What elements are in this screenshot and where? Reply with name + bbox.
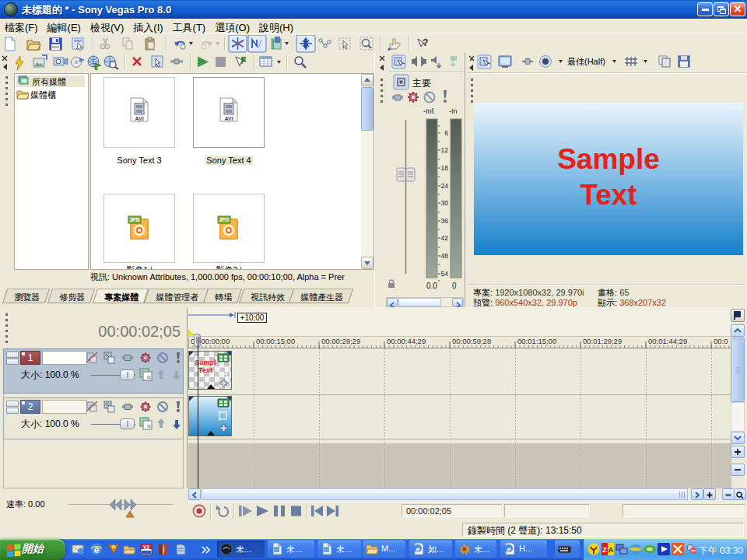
svg-text:18: 18 <box>441 164 449 172</box>
svg-text:48: 48 <box>441 252 449 260</box>
svg-text:12: 12 <box>441 146 449 154</box>
svg-text:00:0: 00:0 <box>714 337 728 345</box>
svg-text:-In: -In <box>449 107 458 115</box>
svg-text:?: ? <box>423 37 428 48</box>
svg-text:00:00:44;29: 00:00:44;29 <box>387 337 426 345</box>
svg-text:36: 36 <box>441 217 449 225</box>
svg-text:AVI: AVI <box>135 116 143 121</box>
svg-text:最佳(Half): 最佳(Half) <box>567 57 605 66</box>
svg-text:30: 30 <box>441 199 449 207</box>
svg-text:00:01:44;29: 00:01:44;29 <box>648 337 687 345</box>
svg-text:54: 54 <box>441 270 449 278</box>
svg-text:00:00:59;28: 00:00:59;28 <box>452 337 491 345</box>
svg-text:00:01:15;00: 00:01:15;00 <box>517 337 556 345</box>
svg-text:α: α <box>147 373 151 380</box>
svg-text:42: 42 <box>441 234 449 242</box>
svg-text:00:00:15;00: 00:00:15;00 <box>256 337 295 345</box>
svg-text:JPG: JPG <box>129 217 139 222</box>
svg-text:e: e <box>507 545 510 553</box>
svg-text:AVI: AVI <box>224 116 233 121</box>
svg-text:e: e <box>94 544 100 555</box>
svg-text:JPG: JPG <box>219 217 229 222</box>
svg-text:6: 6 <box>444 129 448 137</box>
svg-text:Z: Z <box>602 546 607 554</box>
svg-text:00:00:29;29: 00:00:29;29 <box>321 337 360 345</box>
svg-text:-Inf.: -Inf. <box>423 107 436 115</box>
svg-text:e: e <box>416 545 419 553</box>
svg-text:24: 24 <box>441 182 449 190</box>
svg-text:A: A <box>608 546 614 554</box>
svg-text:主要: 主要 <box>412 78 431 89</box>
svg-text:0.0: 0.0 <box>426 282 437 290</box>
svg-text:α: α <box>147 422 151 429</box>
svg-text:V2: V2 <box>143 544 149 550</box>
svg-text:00:01:29;29: 00:01:29;29 <box>583 337 622 345</box>
svg-text:0: 0 <box>452 282 457 290</box>
